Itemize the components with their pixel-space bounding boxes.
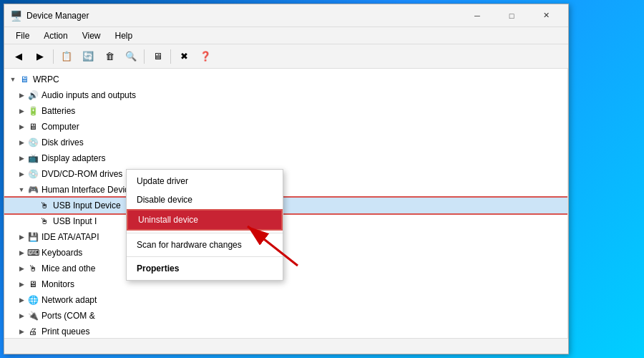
audio-icon: 🔊: [27, 90, 39, 101]
toolbar-separator-1: [53, 49, 54, 64]
tree-computer[interactable]: ▶ 🖥 Computer: [4, 119, 567, 135]
ports-icon: 🔌: [27, 310, 39, 321]
computer-icon: 🖥: [19, 74, 30, 85]
ide-icon: 💾: [27, 231, 39, 243]
device-manager-window: 🖥️ Device Manager ─ □ ✕ File Action View…: [4, 4, 569, 354]
root-label: WRPC: [33, 74, 59, 84]
help-button[interactable]: ❓: [195, 47, 215, 66]
expand-usb-icon: [27, 200, 39, 211]
expand-batteries-icon: ▶: [16, 105, 27, 117]
expand-audio-icon: ▶: [16, 90, 27, 101]
toolbar: ◀ ▶ 📋 🔄 🗑 🔍 🖥 ✖ ❓: [4, 44, 568, 69]
ctx-uninstall-device[interactable]: Uninstall device: [127, 209, 283, 231]
expand-ports-icon: ▶: [16, 310, 27, 321]
tree-batteries[interactable]: ▶ 🔋 Batteries: [4, 103, 567, 119]
ctx-disable-device[interactable]: Disable device: [127, 190, 283, 209]
menu-bar: File Action View Help: [4, 27, 568, 44]
ports-label: Ports (COM &: [42, 311, 95, 321]
expand-print-icon: ▶: [16, 326, 27, 337]
expand-ide-icon: ▶: [16, 231, 27, 243]
tree-audio[interactable]: ▶ 🔊 Audio inputs and outputs: [4, 87, 567, 103]
uninstall-button[interactable]: 🗑: [99, 47, 119, 66]
ctx-separator-2: [127, 256, 283, 257]
device-tree[interactable]: ▼ 🖥 WRPC ▶ 🔊 Audio inputs and outputs ▶ …: [4, 69, 568, 338]
monitors-label: Monitors: [42, 279, 74, 289]
computer-label: Computer: [42, 122, 79, 132]
tree-disk[interactable]: ▶ 💿 Disk drives: [4, 135, 567, 150]
display-icon: 📺: [27, 153, 39, 164]
ctx-update-driver[interactable]: Update driver: [127, 172, 283, 190]
back-button[interactable]: ◀: [9, 47, 29, 66]
expand-hid-icon: ▼: [16, 184, 27, 195]
tree-network[interactable]: ▶ 🌐 Network adapt: [4, 292, 567, 308]
menu-action[interactable]: Action: [38, 29, 73, 42]
forward-button[interactable]: ▶: [30, 47, 50, 66]
toolbar-separator-3: [170, 49, 171, 64]
mice-label: Mice and othe: [42, 263, 95, 274]
tree-monitors[interactable]: ▶ 🖥 Monitors: [4, 276, 567, 292]
hid-label: Human Interface Devices: [42, 185, 138, 195]
ctx-scan-hardware[interactable]: Scan for hardware changes: [127, 236, 283, 254]
properties-button[interactable]: 📋: [57, 47, 77, 66]
ctx-properties[interactable]: Properties: [127, 259, 283, 278]
expand-network-icon: ▶: [16, 294, 27, 306]
tree-usb-input-device[interactable]: 🖱 USB Input Device: [4, 198, 567, 213]
expand-mice-icon: ▶: [16, 263, 27, 274]
expand-computer-icon: ▶: [16, 121, 27, 132]
print-label: Print queues: [42, 326, 89, 337]
display-label: Display adapters: [42, 153, 105, 163]
toolbar-separator-2: [144, 49, 145, 64]
tree-dvd[interactable]: ▶ 💿 DVD/CD-ROM drives: [4, 166, 567, 182]
tree-mice[interactable]: ▶ 🖱 Mice and othe: [4, 261, 567, 276]
update-driver-button[interactable]: 🔄: [78, 47, 98, 66]
usb-input-i-label: USB Input I: [53, 216, 97, 226]
expand-monitors-icon: ▶: [16, 279, 27, 290]
title-bar-left: 🖥️ Device Manager: [10, 10, 89, 21]
hid-icon: 🎮: [27, 184, 39, 195]
monitor-button[interactable]: 🖥: [147, 47, 167, 66]
expand-dvd-icon: ▶: [16, 168, 27, 180]
title-bar: 🖥️ Device Manager ─ □ ✕: [4, 4, 568, 27]
computer-node-icon: 🖥: [27, 121, 39, 132]
minimize-button[interactable]: ─: [461, 6, 494, 26]
tree-usb-input-i[interactable]: 🖱 USB Input I: [4, 213, 567, 229]
tree-ports[interactable]: ▶ 🔌 Ports (COM &: [4, 308, 567, 324]
expand-root-icon: ▼: [7, 74, 19, 85]
tree-display[interactable]: ▶ 📺 Display adapters: [4, 150, 567, 166]
usb-i-icon: 🖱: [39, 216, 50, 227]
network-label: Network adapt: [42, 295, 97, 305]
expand-keyboards-icon: ▶: [16, 247, 27, 258]
expand-display-icon: ▶: [16, 153, 27, 164]
maximize-button[interactable]: □: [495, 6, 528, 26]
tree-print[interactable]: ▶ 🖨 Print queues: [4, 324, 567, 338]
expand-usb-i-icon: [27, 216, 39, 227]
menu-help[interactable]: Help: [109, 29, 139, 42]
menu-file[interactable]: File: [10, 29, 35, 42]
mice-icon: 🖱: [27, 263, 39, 274]
dvd-icon: 💿: [27, 168, 39, 180]
close-button[interactable]: ✕: [530, 6, 562, 26]
keyboards-label: Keyboards: [42, 248, 82, 258]
audio-label: Audio inputs and outputs: [42, 90, 136, 100]
context-menu: Update driver Disable device Uninstall d…: [126, 169, 283, 281]
window-title: Device Manager: [26, 11, 89, 21]
batteries-icon: 🔋: [27, 105, 39, 117]
tree-root[interactable]: ▼ 🖥 WRPC: [4, 72, 567, 87]
scan-hardware-button[interactable]: 🔍: [121, 47, 141, 66]
tree-hid[interactable]: ▼ 🎮 Human Interface Devices: [4, 182, 567, 198]
disk-label: Disk drives: [42, 137, 84, 147]
batteries-label: Batteries: [42, 106, 75, 116]
tree-ide[interactable]: ▶ 💾 IDE ATA/ATAPI: [4, 229, 567, 245]
main-area: ▼ 🖥 WRPC ▶ 🔊 Audio inputs and outputs ▶ …: [4, 69, 568, 338]
app-icon: 🖥️: [10, 10, 22, 21]
title-bar-controls: ─ □ ✕: [461, 6, 562, 26]
menu-view[interactable]: View: [77, 29, 107, 42]
usb-device-icon: 🖱: [39, 200, 50, 211]
print-icon: 🖨: [27, 326, 39, 337]
remove-device-button[interactable]: ✖: [174, 47, 194, 66]
status-bar: [4, 338, 568, 354]
monitors-icon: 🖥: [27, 279, 39, 290]
usb-input-device-label: USB Input Device: [53, 200, 121, 211]
network-icon: 🌐: [27, 294, 39, 306]
tree-keyboards[interactable]: ▶ ⌨ Keyboards: [4, 245, 567, 261]
